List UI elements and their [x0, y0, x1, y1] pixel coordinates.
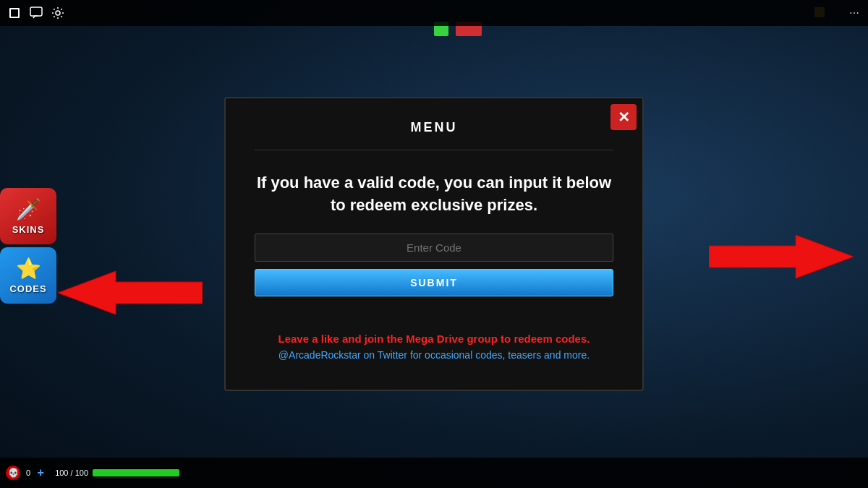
modal-title: MENU: [255, 113, 613, 150]
code-input[interactable]: [255, 234, 613, 262]
footer-line2: @ArcadeRockstar on Twitter for occasiona…: [255, 349, 613, 361]
footer-line1: Leave a like and join the Mega Drive gro…: [255, 333, 613, 345]
modal-description: If you have a valid code, you can input …: [255, 172, 613, 217]
modal-overlay: MENU ✕ If you have a valid code, you can…: [0, 0, 868, 488]
modal-close-button[interactable]: ✕: [610, 104, 637, 130]
modal-footer: Leave a like and join the Mega Drive gro…: [255, 333, 613, 361]
submit-button[interactable]: SUBMIT: [255, 269, 613, 296]
menu-modal: MENU ✕ If you have a valid code, you can…: [224, 97, 644, 392]
